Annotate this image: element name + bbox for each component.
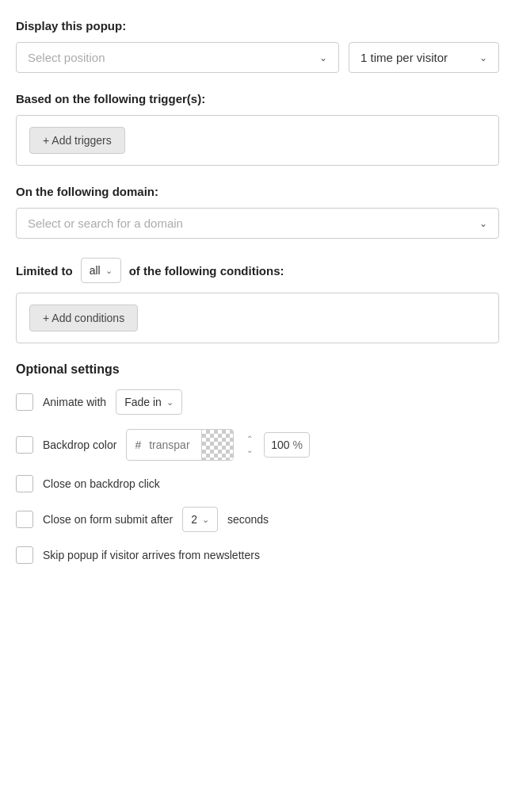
add-conditions-button[interactable]: + Add conditions: [29, 304, 138, 331]
optional-section: Optional settings Animate with Fade in ⌄…: [16, 362, 499, 564]
limited-row: Limited to all ⌄ of the following condit…: [16, 258, 499, 283]
limited-select[interactable]: all ⌄: [81, 258, 121, 283]
domain-label: On the following domain:: [16, 185, 499, 198]
conditions-box: + Add conditions: [16, 293, 499, 343]
frequency-value: 1 time per visitor: [360, 51, 448, 64]
skip-label: Skip popup if visitor arrives from newsl…: [43, 549, 260, 561]
opacity-down-button[interactable]: ⌄: [242, 445, 258, 456]
domain-section: On the following domain: Select or searc…: [16, 185, 499, 239]
backdrop-checkbox[interactable]: [16, 436, 33, 454]
seconds-chevron-icon: ⌄: [202, 515, 209, 525]
close-form-label: Close on form submit after: [43, 513, 173, 526]
opacity-value: 100: [271, 439, 289, 451]
hash-sign: #: [127, 432, 146, 458]
color-input-group: #: [126, 429, 234, 461]
add-triggers-button[interactable]: + Add triggers: [29, 127, 125, 154]
frequency-select[interactable]: 1 time per visitor ⌄: [349, 42, 499, 73]
limited-prefix: Limited to: [16, 264, 73, 278]
domain-chevron-icon: ⌄: [479, 218, 487, 229]
frequency-chevron-icon: ⌄: [479, 52, 487, 63]
backdrop-color-input[interactable]: [146, 432, 201, 458]
display-row: Select position ⌄ 1 time per visitor ⌄: [16, 42, 499, 73]
limited-chevron-icon: ⌄: [105, 266, 113, 276]
backdrop-row: Backdrop color # ⌃ ⌄ 100 %: [16, 429, 499, 461]
limited-select-value: all: [90, 264, 101, 277]
animate-select[interactable]: Fade in ⌄: [116, 389, 182, 415]
close-backdrop-label: Close on backdrop click: [43, 477, 160, 490]
close-backdrop-row: Close on backdrop click: [16, 475, 499, 492]
display-section: Display this popup: Select position ⌄ 1 …: [16, 19, 499, 73]
animate-checkbox[interactable]: [16, 393, 33, 411]
domain-placeholder: Select or search for a domain: [28, 216, 183, 230]
triggers-label: Based on the following trigger(s):: [16, 92, 499, 105]
close-backdrop-checkbox[interactable]: [16, 475, 33, 492]
backdrop-label: Backdrop color: [43, 439, 116, 451]
color-checker-preview: [201, 430, 233, 460]
opacity-controls: ⌃ ⌄: [242, 434, 258, 456]
opacity-up-button[interactable]: ⌃: [242, 434, 258, 445]
seconds-select[interactable]: 2 ⌄: [182, 507, 218, 532]
skip-row: Skip popup if visitor arrives from newsl…: [16, 546, 499, 564]
animate-row: Animate with Fade in ⌄: [16, 389, 499, 415]
animate-value: Fade in: [124, 396, 162, 408]
triggers-box: + Add triggers: [16, 115, 499, 166]
display-label: Display this popup:: [16, 19, 499, 33]
animate-label: Animate with: [43, 396, 106, 408]
domain-select[interactable]: Select or search for a domain ⌄: [16, 208, 499, 239]
position-chevron-icon: ⌄: [319, 52, 327, 63]
close-form-checkbox[interactable]: [16, 511, 33, 528]
percent-sign: %: [293, 439, 303, 451]
animate-chevron-icon: ⌄: [166, 397, 174, 408]
conditions-section: Limited to all ⌄ of the following condit…: [16, 258, 499, 343]
skip-checkbox[interactable]: [16, 546, 33, 564]
triggers-section: Based on the following trigger(s): + Add…: [16, 92, 499, 166]
position-select[interactable]: Select position ⌄: [16, 42, 339, 73]
optional-title: Optional settings: [16, 362, 499, 377]
backdrop-inputs: # ⌃ ⌄ 100 %: [126, 429, 310, 461]
position-placeholder: Select position: [28, 51, 105, 64]
opacity-input-group: 100 %: [264, 432, 310, 458]
limited-suffix: of the following conditions:: [129, 264, 284, 278]
seconds-value: 2: [191, 513, 197, 526]
close-form-row: Close on form submit after 2 ⌄ seconds: [16, 507, 499, 532]
seconds-label: seconds: [227, 513, 269, 526]
